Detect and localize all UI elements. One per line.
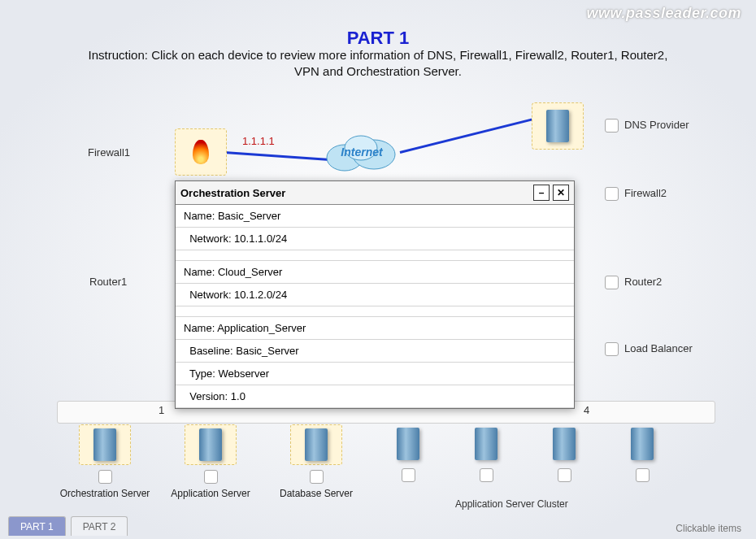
instruction-text: Instruction: Click on each device to rev… <box>78 47 678 80</box>
device-internet[interactable]: Internet <box>317 127 406 177</box>
popup-row: Type: Webserver <box>176 363 574 385</box>
device-cluster-2[interactable] <box>461 424 511 463</box>
caption-database: Database Server <box>280 489 353 510</box>
bottom-server-row: Orchestration Server Application Server … <box>0 424 756 510</box>
label-firewall2: Firewall2 <box>624 187 667 199</box>
device-application[interactable] <box>185 424 237 465</box>
server-icon <box>305 428 328 461</box>
close-button[interactable]: ✕ <box>553 185 569 201</box>
label-lb: Load Balancer <box>624 342 693 354</box>
server-icon <box>475 428 497 460</box>
checkbox-cluster-3[interactable] <box>558 468 571 482</box>
device-orchestration[interactable] <box>79 424 131 465</box>
tab-part1[interactable]: PART 1 <box>8 516 66 536</box>
ip-firewall1: 1.1.1.1 <box>242 135 275 147</box>
caption-application: Application Server <box>171 489 250 510</box>
checkbox-lb[interactable] <box>605 342 619 356</box>
popup-orchestration: Orchestration Server – ✕ Name: Basic_Ser… <box>175 180 575 409</box>
link-internet-dns <box>400 117 539 154</box>
firewall-icon <box>193 140 209 164</box>
link-fw1-internet <box>224 151 330 161</box>
device-database[interactable] <box>290 424 342 465</box>
device-dns[interactable] <box>532 102 584 150</box>
caption-orchestration: Orchestration Server <box>60 489 150 510</box>
server-icon <box>553 428 576 460</box>
popup-titlebar[interactable]: Orchestration Server – ✕ <box>176 181 574 205</box>
popup-row: Network: 10.1.2.0/24 <box>176 284 574 306</box>
checkbox-cluster-4[interactable] <box>636 468 650 482</box>
caption-cluster: Application Server Cluster <box>455 498 568 510</box>
checkbox-orchestration[interactable] <box>98 470 112 484</box>
popup-row: Version: 1.0 <box>176 385 574 408</box>
cloud-label: Internet <box>341 146 382 159</box>
bus-right-text: 4 <box>584 404 589 416</box>
popup-title-text: Orchestration Server <box>180 187 285 199</box>
popup-row: Baseline: Basic_Server <box>176 340 574 363</box>
checkbox-cluster-1[interactable] <box>402 468 415 482</box>
checkbox-cluster-2[interactable] <box>480 468 493 482</box>
server-icon <box>397 428 419 460</box>
watermark: www.passleader.com <box>587 5 741 22</box>
server-icon <box>199 428 222 461</box>
label-firewall1: Firewall1 <box>88 146 130 159</box>
server-icon <box>631 428 654 460</box>
checkbox-database[interactable] <box>310 470 324 484</box>
server-icon <box>546 110 569 142</box>
device-firewall1[interactable] <box>175 128 227 176</box>
popup-row: Network: 10.1.1.0/24 <box>176 228 574 250</box>
device-cluster-4[interactable] <box>617 424 667 463</box>
page-title: PART 1 <box>0 28 756 49</box>
popup-body[interactable]: Name: Basic_Server Network: 10.1.1.0/24 … <box>176 205 574 408</box>
device-cluster-3[interactable] <box>539 424 589 463</box>
checkbox-router2[interactable] <box>605 276 619 289</box>
popup-row: Name: Application_Server <box>176 317 574 340</box>
bus-left-text: 1 <box>159 404 164 416</box>
device-cluster-1[interactable] <box>383 424 433 463</box>
minimize-button[interactable]: – <box>533 185 550 201</box>
clickable-items-note: Clickable items <box>676 523 741 534</box>
label-router1: Router1 <box>89 276 127 288</box>
checkbox-firewall2[interactable] <box>605 187 619 201</box>
popup-row: Name: Cloud_Server <box>176 261 574 284</box>
checkbox-dns[interactable] <box>605 119 619 133</box>
tab-part2[interactable]: PART 2 <box>71 516 128 536</box>
label-router2: Router2 <box>624 276 662 288</box>
server-icon <box>93 428 116 461</box>
checkbox-application[interactable] <box>204 470 218 484</box>
popup-row: Name: Basic_Server <box>176 205 574 228</box>
label-dns: DNS Provider <box>624 119 689 131</box>
tab-bar: PART 1 PART 2 <box>8 516 128 536</box>
